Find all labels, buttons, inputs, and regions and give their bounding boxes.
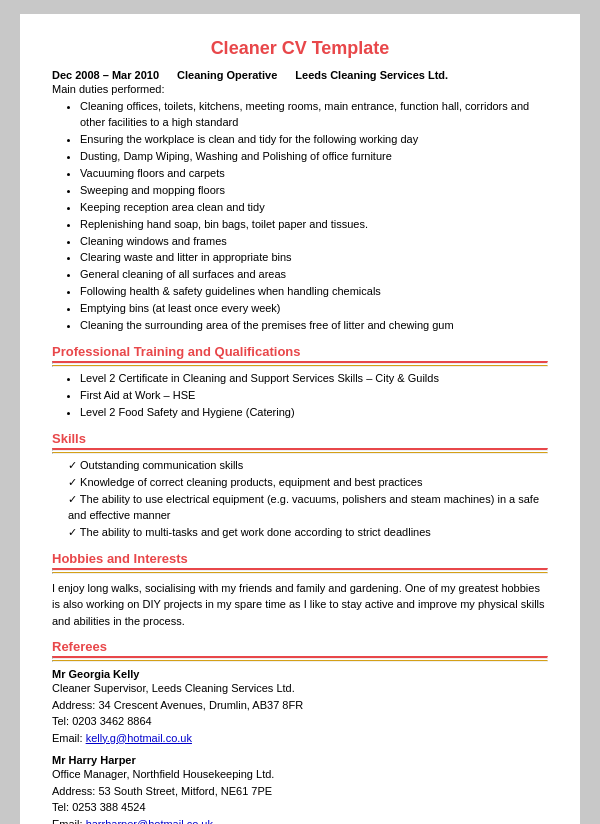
- referee2-email-link[interactable]: harrharper@hotmail.co.uk: [86, 818, 213, 824]
- hobbies-heading: Hobbies and Interests: [52, 551, 548, 566]
- skill-item: Knowledge of correct cleaning products, …: [68, 475, 548, 491]
- referee1-email-line: Email: kelly.g@hotmail.co.uk: [52, 730, 548, 747]
- training-heading: Professional Training and Qualifications: [52, 344, 548, 359]
- skills-divider: [52, 448, 548, 454]
- duty-item: Cleaning the surrounding area of the pre…: [80, 318, 548, 334]
- training-item: Level 2 Certificate in Cleaning and Supp…: [80, 371, 548, 387]
- duty-item: Following health & safety guidelines whe…: [80, 284, 548, 300]
- job-company: Leeds Cleaning Services Ltd.: [295, 69, 448, 81]
- duties-list: Cleaning offices, toilets, kitchens, mee…: [80, 99, 548, 334]
- job-title: Cleaning Operative: [177, 69, 277, 81]
- training-list: Level 2 Certificate in Cleaning and Supp…: [80, 371, 548, 421]
- hobbies-text: I enjoy long walks, socialising with my …: [52, 580, 548, 630]
- training-item: Level 2 Food Safety and Hygiene (Caterin…: [80, 405, 548, 421]
- referee2-email-label: Email:: [52, 818, 83, 824]
- training-divider: [52, 361, 548, 367]
- hobbies-section: Hobbies and Interests I enjoy long walks…: [52, 551, 548, 630]
- referee1-email-link[interactable]: kelly.g@hotmail.co.uk: [86, 732, 192, 744]
- skill-item: Outstanding communication skills: [68, 458, 548, 474]
- referee2-tel: Tel: 0253 388 4524: [52, 799, 548, 816]
- referee1-address: Address: 34 Crescent Avenues, Drumlin, A…: [52, 697, 548, 714]
- cv-page: Cleaner CV Template Dec 2008 – Mar 2010 …: [20, 14, 580, 824]
- duty-item: Vacuuming floors and carpets: [80, 166, 548, 182]
- skills-list: Outstanding communication skillsKnowledg…: [68, 458, 548, 541]
- duty-item: Keeping reception area clean and tidy: [80, 200, 548, 216]
- duty-item: Replenishing hand soap, bin bags, toilet…: [80, 217, 548, 233]
- referees-heading: Referees: [52, 639, 548, 654]
- skill-item: The ability to multi-tasks and get work …: [68, 525, 548, 541]
- referees-divider: [52, 656, 548, 662]
- training-item: First Aid at Work – HSE: [80, 388, 548, 404]
- duty-item: Sweeping and mopping floors: [80, 183, 548, 199]
- referee2-address: Address: 53 South Street, Mitford, NE61 …: [52, 783, 548, 800]
- hobbies-divider: [52, 568, 548, 574]
- referee1-name: Mr Georgia Kelly: [52, 668, 548, 680]
- skill-item: The ability to use electrical equipment …: [68, 492, 548, 524]
- duty-item: Cleaning offices, toilets, kitchens, mee…: [80, 99, 548, 131]
- referee1-title: Cleaner Supervisor, Leeds Cleaning Servi…: [52, 680, 548, 697]
- referee1-block: Mr Georgia Kelly Cleaner Supervisor, Lee…: [52, 668, 548, 746]
- referee2-name: Mr Harry Harper: [52, 754, 548, 766]
- duty-item: Dusting, Damp Wiping, Washing and Polish…: [80, 149, 548, 165]
- duty-item: Ensuring the workplace is clean and tidy…: [80, 132, 548, 148]
- referee2-block: Mr Harry Harper Office Manager, Northfie…: [52, 754, 548, 824]
- duty-item: Emptying bins (at least once every week): [80, 301, 548, 317]
- referee1-email-label: Email:: [52, 732, 83, 744]
- referee2-email-line: Email: harrharper@hotmail.co.uk: [52, 816, 548, 824]
- duty-item: Clearing waste and litter in appropriate…: [80, 250, 548, 266]
- skills-section: Skills Outstanding communication skillsK…: [52, 431, 548, 541]
- referee1-tel: Tel: 0203 3462 8864: [52, 713, 548, 730]
- duty-item: General cleaning of all surfaces and are…: [80, 267, 548, 283]
- main-duties-label: Main duties performed:: [52, 83, 548, 95]
- page-title: Cleaner CV Template: [52, 38, 548, 59]
- referee2-title: Office Manager, Northfield Housekeeping …: [52, 766, 548, 783]
- job-header: Dec 2008 – Mar 2010 Cleaning Operative L…: [52, 69, 548, 81]
- skills-heading: Skills: [52, 431, 548, 446]
- training-section: Professional Training and Qualifications…: [52, 344, 548, 421]
- duty-item: Cleaning windows and frames: [80, 234, 548, 250]
- referees-section: Referees Mr Georgia Kelly Cleaner Superv…: [52, 639, 548, 824]
- job-date: Dec 2008 – Mar 2010: [52, 69, 159, 81]
